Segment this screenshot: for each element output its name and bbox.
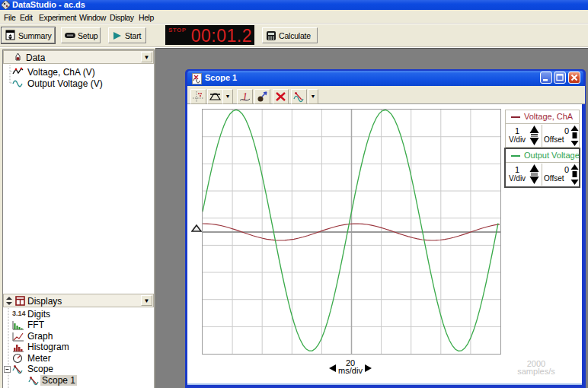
svg-text:1: 1: [242, 91, 248, 103]
